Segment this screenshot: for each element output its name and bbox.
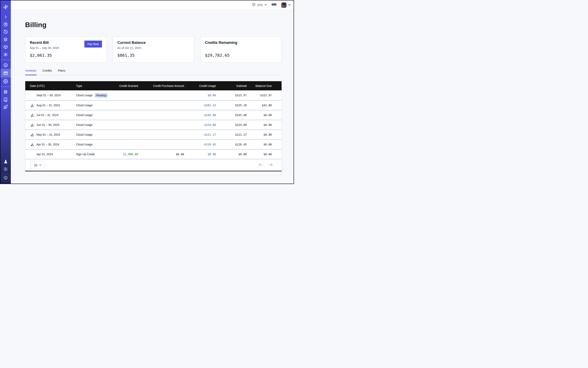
cell-balance-due: $0.00 — [247, 123, 281, 127]
rocket-icon[interactable] — [0, 103, 11, 111]
layers-icon[interactable] — [0, 36, 11, 43]
chevron-down-icon — [288, 3, 291, 7]
tab-credits[interactable]: Credits — [42, 68, 52, 75]
main-area: UTC Billing — [11, 0, 294, 184]
page-size-select[interactable]: 10 — [31, 161, 45, 169]
asterisk-icon[interactable] — [0, 51, 11, 58]
download-invoice-icon[interactable] — [31, 123, 34, 127]
cell-subtotal: $0.00 — [216, 153, 247, 156]
sidebar: $ — [0, 0, 11, 184]
cell-credit-usage: -$121.17 — [184, 133, 216, 136]
sidebar-item-billing[interactable] — [0, 69, 11, 77]
current-balance-card: Current Balance As of Oct 15, 2025 $861.… — [113, 37, 194, 63]
column-header: Subtotal — [216, 84, 247, 88]
tab-invoices[interactable]: Invoices — [25, 68, 37, 75]
app-window: $ UTC — [0, 0, 294, 184]
cube-icon[interactable] — [0, 43, 11, 51]
expand-chevron-icon[interactable] — [0, 13, 11, 21]
invoice-date: Aug 01 – 31, 2024 — [36, 104, 60, 107]
cell-credit-usage: $0.00 — [184, 94, 216, 97]
prev-page-button[interactable] — [259, 163, 263, 167]
helm-wheel-icon[interactable] — [0, 88, 11, 96]
flask-icon[interactable] — [0, 158, 11, 166]
next-page-button[interactable] — [268, 163, 273, 167]
current-balance-amount: $861.35 — [118, 53, 190, 58]
cell-balance-due: $0.00 — [247, 153, 281, 156]
cell-date: Sept 01 – 30, 2024 — [25, 94, 76, 97]
cell-type: Cloud Usage — [76, 104, 116, 107]
invoice-type: Cloud Usage — [76, 143, 92, 146]
cell-date: Apr 01, 2024 — [25, 153, 76, 156]
invoice-date: Jul 01 – 31, 2024 — [36, 113, 58, 117]
billing-page: Billing Recent Bill Sep 01 – Sep 30, 202… — [11, 10, 294, 184]
cell-balance-due: $0.00 — [247, 133, 281, 136]
invoice-date: Sept 01 – 30, 2024 — [36, 94, 61, 97]
card-subtitle — [205, 46, 277, 50]
clock-icon — [252, 3, 255, 7]
table-footer: 10 — [25, 159, 281, 171]
invoice-date: Jun 01 – 30, 2024 — [36, 123, 59, 127]
credits-remaining-card: Credits Remaining $29,782.65 — [200, 37, 282, 63]
table-row: May 01 – 31, 2024 Cloud Usage -$121.17 $… — [25, 129, 281, 139]
download-invoice-icon[interactable] — [31, 104, 34, 107]
timezone-selector[interactable]: UTC — [252, 3, 267, 7]
summary-cards: Recent Bill Sep 01 – Sep 30, 2025 $2,061… — [25, 37, 282, 63]
table-header: Date (UTC) Type Credit Granted Credit Pu… — [25, 81, 281, 90]
page-title: Billing — [25, 21, 282, 29]
table-row: Jun 01 – 30, 2024 Cloud Usage -$224.68 $… — [25, 120, 281, 129]
user-menu[interactable] — [281, 2, 291, 8]
table-row: Apr 01 – 30, 2024 Cloud Usage -$126.45 $… — [25, 139, 281, 149]
cell-date: Jul 01 – 31, 2024 — [25, 113, 76, 117]
cell-subtotal: $224.68 — [216, 123, 247, 127]
card-title: Current Balance — [118, 41, 190, 45]
column-header: Date (UTC) — [25, 84, 76, 88]
cell-subtotal: $121.17 — [216, 133, 247, 136]
table-body: Sept 01 – 30, 2024 Cloud Usage Pending $… — [25, 90, 281, 159]
billing-tabs: Invoices Credits Plans — [25, 68, 282, 75]
invoice-type: Cloud Usage — [76, 104, 92, 107]
history-icon[interactable] — [0, 28, 11, 36]
glasses-icon[interactable] — [271, 3, 277, 7]
column-header: Credit Purchase Amount — [138, 84, 184, 88]
cell-type: Cloud Usage — [76, 123, 116, 127]
download-invoice-icon[interactable] — [31, 133, 34, 137]
usage-gauge-icon[interactable] — [0, 61, 11, 69]
settings-gear-icon[interactable] — [0, 77, 11, 85]
cell-subtotal: $315.97 — [216, 94, 247, 97]
tab-plans[interactable]: Plans — [57, 68, 66, 75]
table-row: Jul 01 – 31, 2024 Cloud Usage -$245.48 $… — [25, 110, 281, 120]
download-invoice-icon[interactable] — [31, 113, 34, 117]
cell-balance-due: $0.00 — [247, 113, 281, 117]
docs-book-icon[interactable] — [0, 96, 11, 103]
cell-credit-usage: -$126.45 — [184, 143, 216, 146]
pay-now-button[interactable]: Pay Now — [84, 41, 102, 47]
credits-badge-button[interactable]: $ — [2, 174, 9, 182]
credits-remaining-amount: $29,782.65 — [205, 53, 277, 58]
chevron-down-icon — [39, 164, 42, 166]
card-title: Credits Remaining — [205, 41, 277, 45]
invoice-date: Apr 01, 2024 — [36, 153, 53, 156]
cell-type: Cloud Usage Pending — [76, 93, 116, 98]
cell-credit-granted: $1,000.00 — [116, 153, 138, 156]
column-header: Type — [76, 84, 116, 88]
theme-sun-icon[interactable] — [0, 166, 11, 173]
column-header: Credit Granted — [116, 84, 138, 88]
table-row: Apr 01, 2024 Sign Up Credit $1,000.00 $0… — [25, 149, 281, 159]
observe-icon[interactable] — [0, 21, 11, 28]
invoice-type: Sign Up Credit — [76, 153, 95, 156]
card-subtitle: As of Oct 15, 2025 — [118, 46, 190, 50]
user-avatar[interactable] — [281, 2, 286, 8]
timezone-label: UTC — [257, 3, 263, 7]
download-invoice-icon[interactable] — [31, 143, 34, 146]
cell-type: Cloud Usage — [76, 143, 116, 146]
page-size-value: 10 — [34, 163, 37, 167]
recent-bill-card: Recent Bill Sep 01 – Sep 30, 2025 $2,061… — [25, 37, 107, 63]
invoice-date: Apr 01 – 30, 2024 — [36, 143, 59, 146]
cell-subtotal: $325.10 — [216, 104, 247, 107]
invoice-type: Cloud Usage — [76, 113, 92, 117]
cell-subtotal: $126.45 — [216, 143, 247, 146]
cell-credit-usage: -$245.48 — [184, 113, 216, 117]
column-header: Credit Usage — [184, 84, 216, 88]
cell-credit-purchase: $0.00 — [138, 153, 184, 156]
orbit-logo-icon[interactable] — [0, 2, 11, 11]
